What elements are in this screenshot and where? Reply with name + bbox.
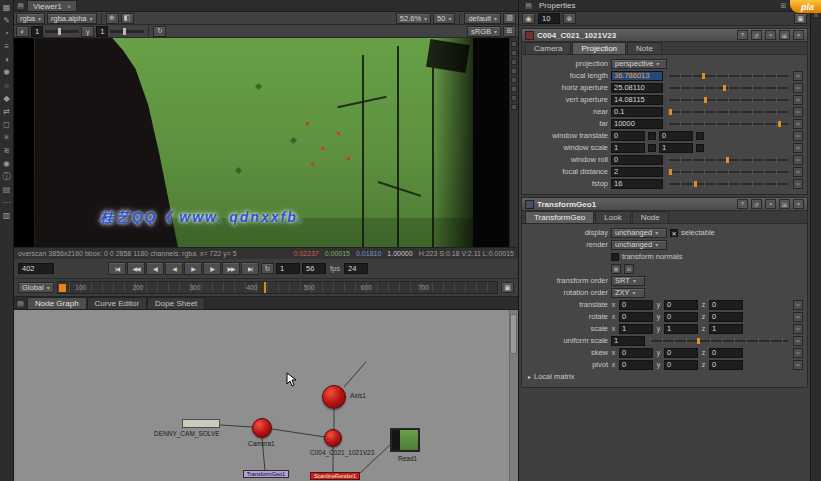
channel-tools-icon[interactable]: ≡ — [1, 41, 13, 52]
node-graph-scrollbar[interactable] — [509, 310, 518, 481]
undo-icon[interactable]: ↺ — [751, 30, 762, 40]
window-scale-v-checkbox[interactable] — [696, 144, 704, 152]
scale-x-field[interactable]: 1 — [619, 324, 653, 334]
proxy-dropdown[interactable]: 50 — [433, 13, 455, 24]
close-icon[interactable]: × — [793, 30, 804, 40]
tab-projection[interactable]: Projection — [572, 42, 626, 54]
node-graph-canvas[interactable]: DENNY_CAM_SOLVE Camera1 Axis1 C004_C021_… — [14, 310, 518, 481]
viewer-process-dropdown[interactable]: default — [464, 13, 501, 24]
gain-field[interactable]: 1 — [31, 26, 43, 37]
timeline-ruler[interactable]: 100 200 300 400 500 600 700 — [57, 281, 498, 294]
projection-dropdown[interactable]: perspective — [611, 59, 667, 69]
slider-marker[interactable] — [694, 181, 697, 187]
node-color-chip[interactable] — [525, 31, 534, 40]
fstop-slider[interactable] — [668, 180, 788, 188]
animation-menu-icon[interactable]: ≈ — [793, 179, 803, 189]
step-back-button[interactable]: ◀| — [146, 262, 164, 275]
viewer-side-button[interactable] — [511, 59, 517, 65]
rotation-order-dropdown[interactable]: ZXY — [611, 288, 645, 298]
pivot-x-field[interactable]: 0 — [619, 360, 653, 370]
views-tools-icon[interactable]: ◉ — [1, 158, 13, 169]
layer-dropdown[interactable]: rgba — [16, 13, 45, 24]
far-slider[interactable] — [668, 120, 788, 128]
slider-marker[interactable] — [702, 73, 705, 79]
viewer-image[interactable]: 桂艺QQ《 www. qdnxxfb. — [14, 38, 518, 247]
target-icon[interactable]: ⊕ — [106, 13, 119, 24]
focal-distance-slider[interactable] — [668, 168, 788, 176]
float-icon[interactable]: ⊞ — [779, 30, 790, 40]
node-axis1[interactable] — [322, 385, 346, 409]
translate-y-field[interactable]: 0 — [664, 300, 698, 310]
animation-menu-icon[interactable]: ≈ — [793, 95, 803, 105]
rotate-y-field[interactable]: 0 — [664, 312, 698, 322]
float-icon[interactable]: ⊞ — [779, 199, 790, 209]
refresh-icon[interactable]: ↻ — [153, 26, 166, 37]
vert-aperture-field[interactable]: 14.08115 — [611, 95, 663, 105]
vert-aperture-slider[interactable] — [668, 96, 788, 104]
gamma-field[interactable]: 1 — [96, 26, 108, 37]
viewer-lut-dropdown[interactable]: sRGB — [467, 26, 501, 37]
window-translate-v-field[interactable]: 0 — [659, 131, 693, 141]
float-pane-icon[interactable]: ⊞ — [777, 0, 790, 11]
pivot-y-field[interactable]: 0 — [664, 360, 698, 370]
collapse-triangle-icon[interactable]: ▸ — [528, 373, 531, 380]
node-color-chip[interactable] — [525, 200, 534, 209]
node-scanline-render[interactable]: ScanlineRender1 — [310, 472, 360, 480]
viewer-side-button[interactable] — [511, 86, 517, 92]
grid-icon[interactable]: ▣ — [794, 13, 807, 24]
clear-panels-icon[interactable]: ⊗ — [563, 13, 576, 24]
rotate-z-field[interactable]: 0 — [709, 312, 743, 322]
slider-marker[interactable] — [669, 169, 672, 175]
focal-length-slider[interactable] — [668, 72, 788, 80]
tab-node-graph[interactable]: Node Graph — [27, 297, 87, 309]
in-point-marker[interactable] — [59, 284, 66, 292]
window-roll-slider[interactable] — [668, 156, 788, 164]
gain-icon[interactable]: ◐ — [16, 26, 29, 37]
far-field[interactable]: 10000 — [611, 119, 663, 129]
animation-menu-icon[interactable]: ≈ — [793, 167, 803, 177]
center-icon[interactable]: ▪ — [765, 30, 776, 40]
snap-menu-icon[interactable]: ▣ — [611, 264, 621, 274]
slider-marker[interactable] — [726, 157, 729, 163]
deep-tools-icon[interactable]: ≋ — [1, 145, 13, 156]
alpha-layer-dropdown[interactable]: rgba.alpha — [47, 13, 96, 24]
toolsets-icon[interactable]: ▤ — [1, 184, 13, 195]
image-tools-icon[interactable]: ▦ — [1, 2, 13, 13]
animation-menu-icon[interactable]: ≈ — [793, 336, 803, 346]
tab-curve-editor[interactable]: Curve Editor — [87, 297, 147, 309]
local-matrix-row[interactable]: ▸ Local matrix — [524, 371, 803, 382]
translate-x-field[interactable]: 0 — [619, 300, 653, 310]
fast-reverse-button[interactable]: ◀◀ — [127, 262, 145, 275]
viewer-side-button[interactable] — [511, 104, 517, 110]
window-translate-u-field[interactable]: 0 — [611, 131, 645, 141]
focal-distance-field[interactable]: 2 — [611, 167, 663, 177]
fstop-field[interactable]: 16 — [611, 179, 663, 189]
animation-menu-icon[interactable]: ≈ — [793, 155, 803, 165]
undo-icon[interactable]: ↺ — [751, 199, 762, 209]
transformgeo-panel-titlebar[interactable]: TransformGeo1 ? ↺ ▪ ⊞ × — [522, 198, 807, 211]
node-transformgeo[interactable]: TransformGeo1 — [243, 470, 289, 478]
animation-menu-icon[interactable]: ≈ — [793, 71, 803, 81]
other-tools-icon[interactable]: ⋯ — [1, 197, 13, 208]
uniform-scale-slider[interactable] — [650, 337, 788, 345]
zoom-dropdown[interactable]: 52.6% — [396, 13, 431, 24]
color-tools-icon[interactable]: ◑ — [1, 54, 13, 65]
transformgeo-node-name[interactable]: TransformGeo1 — [537, 200, 734, 209]
transform-order-dropdown[interactable]: SRT — [611, 276, 645, 286]
keyer-tools-icon[interactable]: ○ — [1, 80, 13, 91]
skew-y-field[interactable]: 0 — [664, 348, 698, 358]
expand-icon[interactable]: ⊞ — [503, 26, 516, 37]
tab-note[interactable]: Note — [627, 42, 662, 54]
pane-menu-icon[interactable]: ▤ — [14, 0, 27, 11]
animation-menu-icon[interactable]: ≈ — [793, 131, 803, 141]
slider-marker[interactable] — [704, 97, 707, 103]
window-scale-u-field[interactable]: 1 — [611, 143, 645, 153]
slider-marker[interactable] — [723, 85, 726, 91]
near-slider[interactable] — [668, 108, 788, 116]
fast-forward-button[interactable]: ▶▶ — [222, 262, 240, 275]
slider-marker[interactable] — [669, 109, 672, 115]
window-translate-v-checkbox[interactable] — [696, 132, 704, 140]
tab-look[interactable]: Look — [595, 211, 630, 223]
scale-z-field[interactable]: 1 — [709, 324, 743, 334]
frame-range-mode-dropdown[interactable]: Global — [18, 282, 54, 293]
